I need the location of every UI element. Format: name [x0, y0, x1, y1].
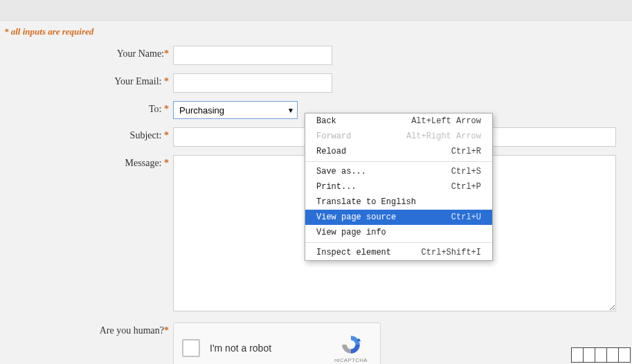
label-name: Your Name:*: [0, 46, 173, 60]
context-menu-item-accel: Ctrl+R: [451, 147, 481, 156]
label-name-text: Your Name:: [117, 48, 164, 59]
context-menu: BackAlt+Left ArrowForwardAlt+Right Arrow…: [305, 113, 493, 261]
label-message-text: Message:: [125, 158, 164, 168]
context-menu-item[interactable]: Print...Ctrl+P: [305, 179, 492, 194]
context-menu-separator: [305, 242, 492, 243]
asterisk-subject: *: [164, 130, 169, 140]
recaptcha-branding: reCAPTCHA: [330, 334, 372, 363]
page-box[interactable]: [606, 347, 619, 363]
recaptcha-label: I'm not a robot: [210, 343, 330, 354]
context-menu-item-label: Print...: [316, 182, 356, 192]
context-menu-item-label: Save as...: [316, 167, 366, 176]
context-menu-item[interactable]: Save as...Ctrl+S: [305, 164, 492, 179]
page-box[interactable]: [595, 347, 607, 363]
page-box[interactable]: [571, 347, 584, 363]
context-menu-item-accel: Alt+Right Arrow: [406, 131, 481, 141]
context-menu-item-label: View page source: [316, 212, 396, 222]
recaptcha-logo-icon: [340, 334, 362, 356]
context-menu-item: ForwardAlt+Right Arrow: [305, 129, 492, 144]
asterisk-name: *: [164, 48, 169, 59]
label-email-text: Your Email:: [114, 76, 164, 87]
label-to-text: To:: [149, 104, 164, 114]
label-human: Are you human?*: [0, 322, 173, 336]
context-menu-item-label: View page info: [316, 228, 386, 237]
recaptcha-brand-text: reCAPTCHA: [330, 357, 372, 363]
email-input[interactable]: [173, 73, 332, 93]
context-menu-item-label: Reload: [316, 147, 346, 156]
row-email: Your Email: *: [0, 73, 632, 93]
context-menu-item-label: Forward: [316, 131, 351, 141]
label-message: Message: *: [0, 155, 173, 169]
context-menu-item[interactable]: Translate to English: [305, 194, 492, 210]
context-menu-item-accel: Alt+Left Arrow: [411, 116, 481, 126]
page-box[interactable]: [618, 347, 631, 363]
label-human-text: Are you human?: [100, 325, 164, 336]
label-to: To: *: [0, 101, 173, 115]
recaptcha-checkbox[interactable]: [182, 339, 200, 357]
page-box[interactable]: [583, 347, 595, 363]
asterisk-message: *: [164, 158, 169, 168]
context-menu-item[interactable]: Inspect elementCtrl+Shift+I: [305, 245, 492, 260]
chevron-down-icon: ▼: [287, 107, 294, 114]
context-menu-item-accel: Ctrl+Shift+I: [422, 248, 481, 257]
label-subject: Subject: *: [0, 127, 173, 141]
context-menu-item[interactable]: View page info: [305, 225, 492, 240]
context-menu-separator: [305, 161, 492, 162]
recaptcha-widget: I'm not a robot reCAPTCHA: [173, 322, 381, 364]
top-bar: [0, 0, 632, 21]
context-menu-item-accel: Ctrl+P: [451, 182, 481, 192]
label-subject-text: Subject:: [130, 130, 164, 140]
context-menu-item[interactable]: ReloadCtrl+R: [305, 144, 492, 159]
asterisk-email: *: [164, 76, 169, 87]
to-select-value: Purchasing: [179, 105, 287, 116]
label-email: Your Email: *: [0, 73, 173, 87]
context-menu-item-accel: Ctrl+S: [451, 167, 481, 176]
row-name: Your Name:*: [0, 46, 632, 65]
name-input[interactable]: [173, 46, 332, 65]
asterisk-human: *: [164, 325, 169, 336]
context-menu-item-label: Back: [316, 116, 336, 126]
context-menu-item-label: Inspect element: [316, 248, 391, 257]
to-select[interactable]: Purchasing ▼: [173, 101, 298, 119]
context-menu-item[interactable]: BackAlt+Left Arrow: [305, 113, 492, 129]
context-menu-item-label: Translate to English: [316, 197, 416, 207]
asterisk-to: *: [164, 104, 169, 114]
context-menu-item-accel: Ctrl+U: [451, 212, 481, 222]
bottom-boxes: [572, 347, 631, 363]
required-note: * all inputs are required: [0, 21, 632, 46]
row-human: Are you human?* I'm not a robot reCAPTCH…: [0, 322, 632, 364]
context-menu-item[interactable]: View page sourceCtrl+U: [305, 210, 492, 225]
